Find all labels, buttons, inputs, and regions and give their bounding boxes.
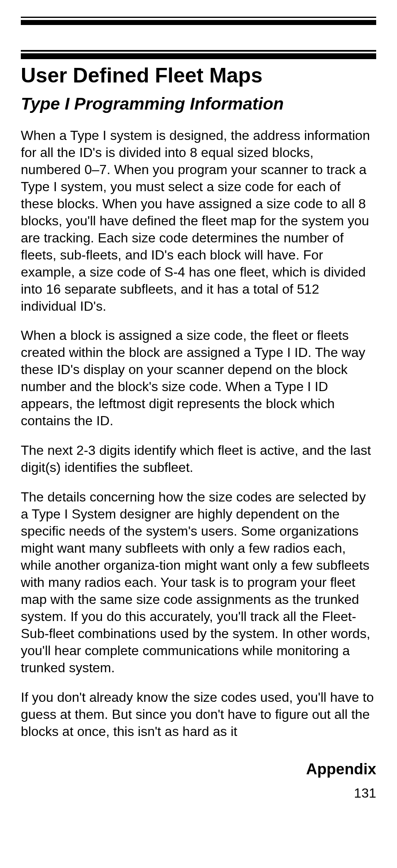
page-number: 131 — [21, 786, 376, 801]
body-paragraph: If you don't already know the size codes… — [21, 689, 376, 740]
body-paragraph: When a block is assigned a size code, th… — [21, 327, 376, 429]
page-footer: Appendix 131 — [21, 761, 376, 801]
document-page: User Defined Fleet Maps Type I Programmi… — [0, 0, 397, 826]
body-paragraph: The next 2-3 digits identify which fleet… — [21, 442, 376, 476]
page-title: User Defined Fleet Maps — [21, 63, 376, 87]
body-paragraph: When a Type I system is designed, the ad… — [21, 127, 376, 314]
section-rule — [21, 50, 376, 59]
page-subtitle: Type I Programming Information — [21, 94, 376, 114]
top-rule — [21, 17, 376, 25]
footer-section-label: Appendix — [21, 761, 376, 778]
body-paragraph: The details concerning how the size code… — [21, 489, 376, 676]
